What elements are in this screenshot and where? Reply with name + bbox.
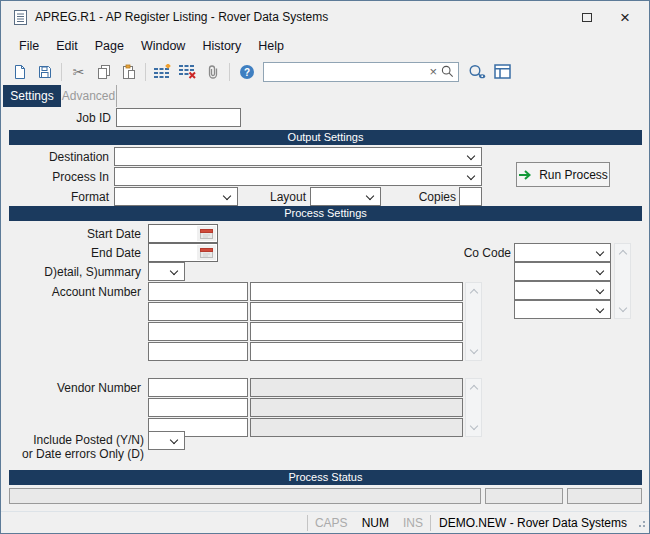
co-code-select-1[interactable] <box>514 243 611 262</box>
tab-strip: Settings Advanced <box>1 85 649 107</box>
include-posted-label: Include Posted (Y/N) or Date errors Only… <box>1 433 144 461</box>
chevron-down-icon <box>596 248 604 256</box>
end-date-label: End Date <box>1 246 141 261</box>
toolbar-separator <box>61 63 62 81</box>
toolbar-separator <box>229 63 230 81</box>
delete-row-button[interactable] <box>175 60 200 84</box>
clear-search-icon[interactable]: × <box>426 65 440 78</box>
cut-icon: ✂ <box>73 64 85 80</box>
close-icon: × <box>620 9 630 26</box>
account-number-input-1[interactable] <box>148 282 248 301</box>
scroll-up-icon[interactable] <box>470 289 478 297</box>
chevron-down-icon <box>170 436 178 444</box>
scroll-up-icon[interactable] <box>619 250 627 258</box>
cut-button[interactable]: ✂ <box>66 60 91 84</box>
co-code-select-2[interactable] <box>514 262 611 281</box>
help-icon: ? <box>239 64 255 80</box>
menu-bar: File Edit Page Window History Help <box>1 33 649 58</box>
copies-label: Copies <box>381 190 456 205</box>
layout-select[interactable] <box>310 187 381 206</box>
vendor-number-label: Vendor Number <box>1 381 141 396</box>
paste-button[interactable] <box>116 60 141 84</box>
account-description-input-3[interactable] <box>250 322 463 341</box>
vendor-number-input-1[interactable] <box>148 378 248 397</box>
end-date-input[interactable] <box>149 244 197 261</box>
resize-grip[interactable] <box>635 517 647 529</box>
window-document-icon <box>14 10 27 25</box>
job-id-input[interactable] <box>116 108 241 127</box>
run-process-button[interactable]: Run Process <box>516 162 610 187</box>
vendor-name-field-3 <box>250 418 463 437</box>
account-number-scrollbar[interactable] <box>465 282 482 361</box>
destination-label: Destination <box>1 150 109 165</box>
detail-summary-select[interactable] <box>148 262 185 281</box>
process-in-select[interactable] <box>114 167 482 186</box>
process-status-header: Process Status <box>9 470 642 485</box>
vendor-number-scrollbar[interactable] <box>465 378 482 437</box>
workspace-name: DEMO.NEW - Rover Data Systems <box>439 516 627 530</box>
caps-indicator: CAPS <box>315 516 348 530</box>
search-icon[interactable] <box>440 65 458 78</box>
account-description-input-2[interactable] <box>250 302 463 321</box>
save-button[interactable] <box>32 60 57 84</box>
account-number-input-4[interactable] <box>148 342 248 361</box>
statusbar-separator <box>430 515 431 531</box>
vendor-number-input-2[interactable] <box>148 398 248 417</box>
scroll-down-icon[interactable] <box>470 422 478 430</box>
title-bar[interactable]: APREG.R1 - AP Register Listing - Rover D… <box>1 1 649 33</box>
insert-row-button[interactable] <box>150 60 175 84</box>
account-description-input-1[interactable] <box>250 282 463 301</box>
menu-page[interactable]: Page <box>95 39 124 53</box>
copy-button[interactable] <box>91 60 116 84</box>
chevron-down-icon <box>596 286 604 294</box>
statusbar-separator <box>307 515 308 531</box>
menu-file[interactable]: File <box>19 39 39 53</box>
co-code-label: Co Code <box>441 246 511 261</box>
include-posted-select[interactable] <box>148 431 185 450</box>
co-code-select-3[interactable] <box>514 281 611 300</box>
scroll-up-icon[interactable] <box>470 385 478 393</box>
insert-row-icon <box>154 64 171 79</box>
menu-window[interactable]: Window <box>141 39 185 53</box>
attachment-button[interactable] <box>200 60 225 84</box>
chevron-down-icon <box>170 267 178 275</box>
new-document-button[interactable] <box>7 60 32 84</box>
process-status-field-1 <box>9 488 481 504</box>
end-date-calendar-button[interactable] <box>197 245 216 260</box>
menu-history[interactable]: History <box>202 39 241 53</box>
close-button[interactable]: × <box>607 1 643 33</box>
account-number-label: Account Number <box>1 285 141 300</box>
num-indicator: NUM <box>362 516 389 530</box>
co-code-select-4[interactable] <box>514 300 611 319</box>
account-number-input-3[interactable] <box>148 322 248 341</box>
account-number-input-2[interactable] <box>148 302 248 321</box>
search-input[interactable] <box>264 63 426 81</box>
tab-settings[interactable]: Settings <box>3 85 61 107</box>
help-button[interactable]: ? <box>234 60 259 84</box>
format-label: Format <box>1 190 109 205</box>
paste-icon <box>121 64 137 80</box>
destination-select[interactable] <box>114 147 482 166</box>
co-code-scrollbar[interactable] <box>614 243 631 319</box>
menu-edit[interactable]: Edit <box>56 39 78 53</box>
chevron-down-icon <box>596 267 604 275</box>
process-settings-header: Process Settings <box>9 206 642 221</box>
scroll-down-icon[interactable] <box>619 304 627 312</box>
start-date-input[interactable] <box>149 225 197 242</box>
format-select[interactable] <box>114 187 238 206</box>
tab-advanced[interactable]: Advanced <box>61 85 117 107</box>
scroll-down-icon[interactable] <box>470 346 478 354</box>
start-date-calendar-button[interactable] <box>197 226 216 241</box>
lookup-view-button[interactable] <box>465 60 490 84</box>
layout-panels-icon <box>494 64 511 79</box>
delete-row-icon <box>179 64 196 79</box>
maximize-button[interactable] <box>569 1 605 33</box>
calendar-icon <box>200 228 213 239</box>
app-window: APREG.R1 - AP Register Listing - Rover D… <box>0 0 650 534</box>
menu-help[interactable]: Help <box>258 39 284 53</box>
layout-panels-button[interactable] <box>490 60 515 84</box>
copies-input[interactable] <box>459 187 482 206</box>
run-arrow-icon <box>518 169 533 181</box>
maximize-icon <box>582 13 592 22</box>
account-description-input-4[interactable] <box>250 342 463 361</box>
